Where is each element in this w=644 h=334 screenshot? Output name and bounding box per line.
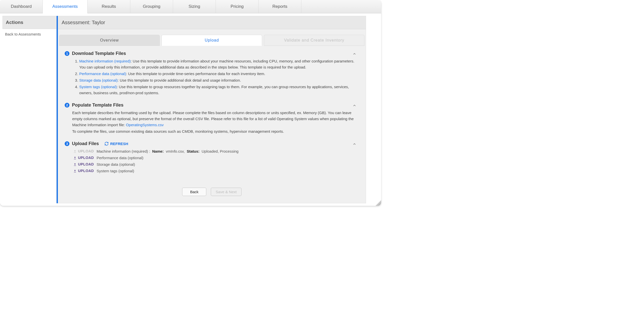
upload-button[interactable]: UPLOAD — [73, 155, 94, 161]
step-download: 1 Download Template Files Machine inform… — [65, 51, 359, 96]
sidebar: Actions Back to Assessments — [3, 16, 57, 203]
template-text: : Use this template to provide time-seri… — [126, 72, 265, 76]
upload-icon — [73, 156, 77, 160]
back-button[interactable]: Back — [182, 188, 206, 196]
step-title: Populate Template Files — [72, 103, 124, 108]
populate-paragraph-1: Each template describes the formatting u… — [72, 110, 359, 128]
nav-tab-label: Dashboard — [11, 4, 32, 9]
nav-tab-reports[interactable]: Reports — [259, 0, 301, 13]
upload-icon — [73, 169, 77, 173]
nav-tab-results[interactable]: Results — [88, 0, 130, 13]
nav-tab-label: Assessments — [52, 4, 78, 9]
upload-icon — [73, 163, 77, 166]
template-text: : Use this template to group resources t… — [79, 85, 349, 95]
step-title: Download Template Files — [72, 51, 126, 56]
nav-tab-label: Pricing — [231, 4, 244, 9]
step-number-badge: 3 — [65, 141, 69, 146]
subtabs: Overview Upload Validate and Create Inve… — [59, 35, 365, 46]
save-next-button: Save & Next — [211, 188, 241, 196]
nav-tab-label: Results — [102, 4, 116, 9]
step-title: Upload Files — [72, 141, 99, 146]
subtab-upload[interactable]: Upload — [162, 35, 262, 46]
page-title: Assessment: Taylor — [58, 16, 366, 29]
link-machine-information[interactable]: Machine information (required) — [79, 59, 131, 63]
chevron-up-icon[interactable] — [352, 103, 356, 108]
upload-row-machine-info: UPLOAD Machine information (required) : … — [72, 148, 359, 154]
nav-tab-dashboard[interactable]: Dashboard — [0, 0, 43, 13]
upload-desc: System tags (optional) — [97, 168, 134, 174]
upload-desc: Performance data (optional) — [97, 155, 143, 161]
nav-tab-assessments[interactable]: Assessments — [43, 0, 88, 13]
link-storage-data[interactable]: Storage data (optional) — [79, 78, 118, 82]
sidebar-back-link[interactable]: Back to Assessments — [5, 32, 54, 36]
footer-buttons: Back Save & Next — [59, 183, 365, 201]
top-nav: Dashboard Assessments Results Grouping S… — [0, 0, 381, 13]
name-label: Name: — [152, 149, 164, 153]
nav-tab-label: Sizing — [188, 4, 200, 9]
step-populate: 2 Populate Template Files Each template … — [65, 103, 359, 135]
upload-label: UPLOAD — [78, 168, 94, 174]
nav-tab-grouping[interactable]: Grouping — [130, 0, 173, 13]
upload-desc: Machine information (required) : Name: v… — [97, 148, 238, 154]
upload-button[interactable]: UPLOAD — [73, 168, 94, 174]
step-upload: 3 Upload Files REFRESH — [65, 141, 359, 174]
upload-row-system-tags: UPLOAD System tags (optional) — [72, 168, 359, 174]
refresh-label: REFRESH — [110, 142, 128, 146]
chevron-up-icon[interactable] — [352, 142, 356, 146]
subtab-label: Upload — [205, 38, 219, 42]
template-item-machine-info: Machine information (required): Use this… — [79, 58, 359, 70]
button-label: Save & Next — [216, 190, 236, 194]
upload-row-performance: UPLOAD Performance data (optional) — [72, 155, 359, 161]
link-performance-data[interactable]: Performance data (optional) — [79, 72, 126, 76]
main-panel: Assessment: Taylor Overview Upload Valid… — [58, 16, 366, 203]
upload-button[interactable]: UPLOAD — [73, 161, 94, 167]
link-system-tags[interactable]: System tags (optional) — [79, 85, 117, 89]
step-number-badge: 1 — [65, 51, 69, 56]
upload-desc: Storage data (optional) — [97, 161, 135, 168]
refresh-button[interactable]: REFRESH — [104, 142, 128, 146]
subtab-label: Validate and Create Inventory — [284, 38, 344, 42]
button-label: Back — [190, 190, 198, 194]
nav-tab-sizing[interactable]: Sizing — [173, 0, 216, 13]
subtab-validate: Validate and Create Inventory — [264, 35, 365, 46]
nav-tab-label: Grouping — [143, 4, 160, 9]
upload-row-storage: UPLOAD Storage data (optional) — [72, 161, 359, 168]
nav-tab-pricing[interactable]: Pricing — [216, 0, 259, 13]
sidebar-header: Actions — [3, 16, 56, 29]
upload-icon — [73, 150, 77, 153]
refresh-icon — [104, 142, 109, 146]
upload-label: UPLOAD — [78, 161, 94, 167]
chevron-up-icon[interactable] — [352, 51, 356, 56]
upload-label: UPLOAD — [78, 148, 94, 154]
template-item-performance: Performance data (optional): Use this te… — [79, 71, 359, 77]
template-item-system-tags: System tags (optional): Use this templat… — [79, 84, 359, 96]
step-number-badge: 2 — [65, 103, 69, 108]
template-text: : Use this template to provide additiona… — [118, 78, 241, 82]
template-item-storage: Storage data (optional): Use this templa… — [79, 77, 359, 83]
status-value: Uploaded, Processing — [202, 149, 238, 153]
nav-tab-label: Reports — [272, 4, 288, 9]
name-value: vmInfo.csv, — [166, 149, 185, 153]
subtab-label: Overview — [100, 38, 119, 42]
upload-button: UPLOAD — [73, 148, 94, 154]
populate-paragraph-2: To complete the files, use common existi… — [72, 128, 359, 135]
status-label: Status: — [187, 149, 199, 153]
subtab-overview[interactable]: Overview — [59, 35, 160, 46]
link-operating-systems-csv[interactable]: OperatingSystems.csv — [126, 123, 164, 127]
upload-label: UPLOAD — [78, 155, 94, 161]
